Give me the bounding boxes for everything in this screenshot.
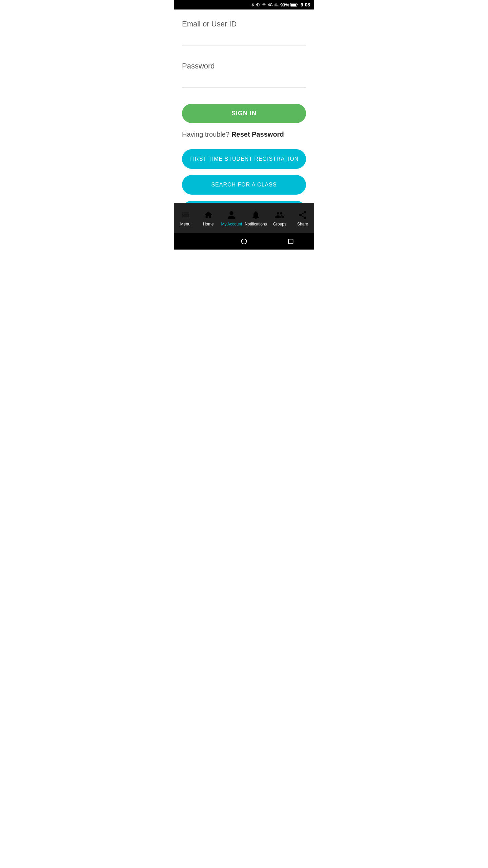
signal-label: 4G [268,3,273,7]
battery-icon [290,3,298,7]
nav-label-my-account: My Account [221,222,242,226]
sign-in-button[interactable]: SIGN IN [182,104,306,123]
nav-item-share[interactable]: Share [292,210,313,226]
my-account-icon [226,210,237,220]
wifi-icon [262,3,266,7]
first-time-registration-button[interactable]: FIRST TIME STUDENT REGISTRATION [182,149,306,169]
battery-percent: 93% [280,2,289,7]
recents-button[interactable] [286,237,296,246]
svg-rect-2 [291,4,296,6]
nav-item-notifications[interactable]: Notifications [245,210,267,226]
nav-item-groups[interactable]: Groups [269,210,290,226]
svg-point-3 [242,239,247,244]
groups-icon [274,210,285,220]
android-nav-bar [174,233,314,250]
home-icon [203,210,214,220]
status-bar: 4G 93% 9:08 [174,0,314,9]
trouble-text: Having trouble? [182,131,229,138]
password-input[interactable] [182,75,306,87]
status-time: 9:08 [301,2,310,7]
search-for-class-button[interactable]: SEARCH FOR A CLASS [182,175,306,195]
bluetooth-icon [251,2,255,7]
status-icons: 4G 93% 9:08 [251,2,310,7]
menu-icon [180,210,191,220]
nav-label-notifications: Notifications [245,222,267,226]
trouble-row: Having trouble? Reset Password [182,131,306,138]
share-icon [297,210,308,220]
signal-icon [274,3,279,7]
email-input[interactable] [182,33,306,45]
home-button[interactable] [239,237,249,246]
notifications-icon [250,210,261,220]
nav-label-home: Home [203,222,214,226]
nav-label-groups: Groups [273,222,286,226]
svg-rect-4 [288,239,293,243]
svg-rect-1 [297,4,298,5]
password-label: Password [182,62,306,71]
nav-item-menu[interactable]: Menu [175,210,196,226]
action-buttons: FIRST TIME STUDENT REGISTRATION SEARCH F… [182,149,306,203]
email-field-group: Email or User ID [182,20,306,55]
reset-password-link[interactable]: Reset Password [231,131,284,138]
nav-label-share: Share [297,222,308,226]
email-label: Email or User ID [182,20,306,28]
password-field-group: Password [182,62,306,97]
vibrate-icon [256,2,260,7]
main-content: Email or User ID Password SIGN IN Having… [174,9,314,203]
nav-item-home[interactable]: Home [198,210,219,226]
back-button[interactable] [192,237,202,246]
bottom-nav: Menu Home My Account Notifications Group… [174,203,314,233]
nav-label-menu: Menu [180,222,190,226]
nav-item-my-account[interactable]: My Account [221,210,242,226]
